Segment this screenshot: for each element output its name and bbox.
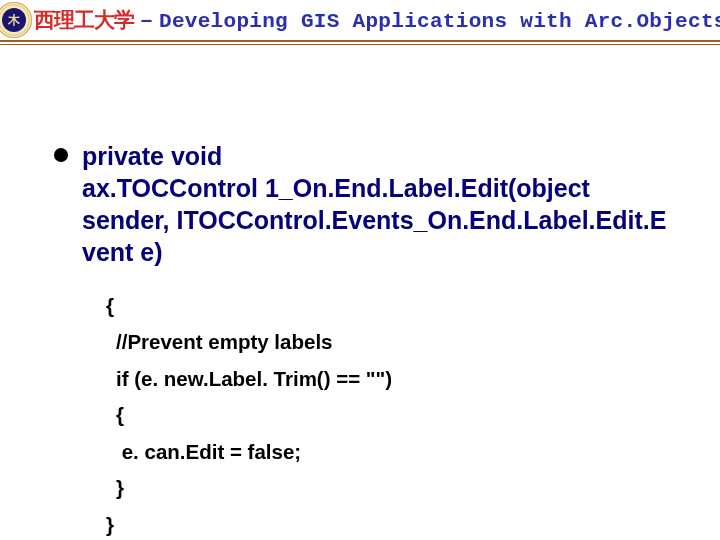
bullet-item: private void ax.TOCControl 1_On.End.Labe… [54,140,680,268]
code-line: //Prevent empty labels [106,324,680,360]
signature-line: ax.TOCControl 1_On.End.Label.Edit(object [82,174,590,202]
code-line: if (e. new.Label. Trim() == "") [106,361,680,397]
header-separator: － [134,8,159,32]
university-name: 西理工大学 [34,8,134,32]
header-divider-thick [0,40,720,42]
code-line: { [106,397,680,433]
slide-content: private void ax.TOCControl 1_On.End.Labe… [54,140,680,540]
course-title: Developing GIS Applications with Arc.Obj… [159,10,720,33]
slide-header: 木 西理工大学－Developing GIS Applications with… [0,0,720,40]
code-line: } [106,507,680,540]
slide: 木 西理工大学－Developing GIS Applications with… [0,0,720,540]
signature-line: private void [82,142,222,170]
signature-line: vent e) [82,238,163,266]
code-line: { [106,288,680,324]
code-line: } [106,470,680,506]
code-line: e. can.Edit = false; [106,434,680,470]
code-body: { //Prevent empty labels if (e. new.Labe… [106,288,680,540]
university-logo-icon: 木 [0,2,32,38]
header-divider-thin [0,44,720,45]
bullet-dot-icon [54,148,68,162]
logo-glyph: 木 [2,8,26,32]
signature-line: sender, ITOCControl.Events_On.End.Label.… [82,206,666,234]
header-title: 西理工大学－Developing GIS Applications with A… [34,6,720,34]
method-signature: private void ax.TOCControl 1_On.End.Labe… [82,140,666,268]
